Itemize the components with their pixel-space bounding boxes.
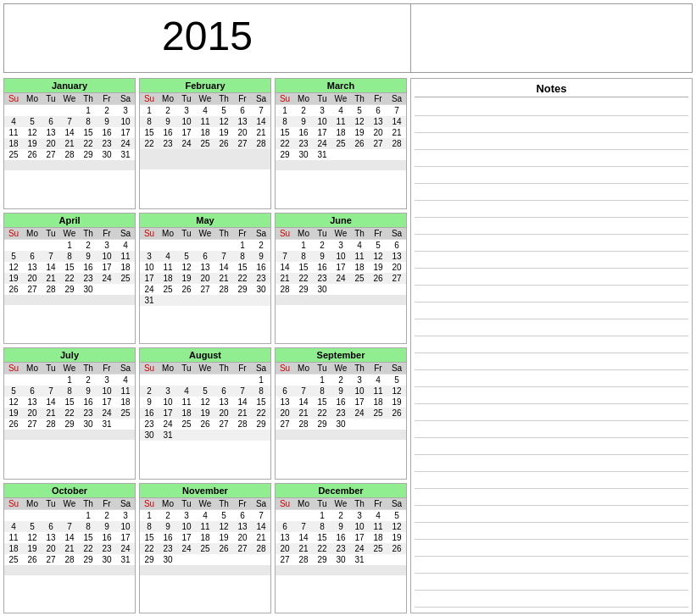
day-cell <box>159 565 177 575</box>
day-cell: 6 <box>233 509 252 521</box>
note-line[interactable] <box>415 355 688 370</box>
day-cell <box>294 509 313 521</box>
day-cell <box>233 430 252 441</box>
note-line[interactable] <box>415 253 688 269</box>
day-cell: 5 <box>177 251 196 262</box>
note-line[interactable] <box>415 152 688 167</box>
day-cell: 29 <box>276 149 294 160</box>
day-cell: 7 <box>294 386 313 397</box>
note-line[interactable] <box>415 219 688 235</box>
note-line[interactable] <box>415 491 688 506</box>
day-cell: 2 <box>97 509 116 521</box>
day-header-mo: Mo <box>294 363 313 375</box>
day-cell: 15 <box>79 532 97 543</box>
day-cell: 13 <box>233 116 252 127</box>
note-line[interactable] <box>415 524 688 540</box>
day-cell: 26 <box>196 419 214 430</box>
day-cell: 6 <box>42 521 60 532</box>
month-block-february: FebruarySuMoTuWeThFrSa123456789101112131… <box>139 78 271 209</box>
day-cell <box>233 554 252 565</box>
day-cell: 11 <box>331 116 350 127</box>
day-cell: 10 <box>140 262 159 273</box>
day-cell <box>252 554 270 565</box>
note-line[interactable] <box>415 592 688 608</box>
note-line[interactable] <box>415 338 688 353</box>
calendars-grid: JanuarySuMoTuWeThFrSa1234567891011121314… <box>3 78 407 613</box>
day-cell: 22 <box>276 138 294 149</box>
day-cell: 12 <box>4 262 23 273</box>
note-line[interactable] <box>415 169 688 184</box>
month-header-may: May <box>140 214 270 228</box>
note-line[interactable] <box>415 101 688 116</box>
day-header-we: We <box>60 93 79 105</box>
day-cell: 13 <box>369 116 387 127</box>
day-cell: 27 <box>233 138 252 149</box>
day-header-tu: Tu <box>177 228 196 240</box>
note-line[interactable] <box>415 135 688 150</box>
note-line[interactable] <box>415 236 688 252</box>
day-cell <box>331 284 350 295</box>
note-line[interactable] <box>415 541 688 557</box>
note-line[interactable] <box>415 304 688 319</box>
day-cell: 18 <box>4 543 23 554</box>
note-line[interactable] <box>415 118 688 133</box>
day-cell: 18 <box>331 127 350 138</box>
day-cell: 2 <box>294 105 313 117</box>
note-line[interactable] <box>415 372 688 387</box>
day-cell <box>214 554 233 565</box>
day-cell: 20 <box>233 532 252 543</box>
day-cell: 1 <box>233 239 252 251</box>
note-line[interactable] <box>415 508 688 523</box>
note-line[interactable] <box>415 423 688 438</box>
day-cell: 6 <box>276 386 294 397</box>
day-cell: 19 <box>4 273 23 284</box>
day-cell <box>252 565 270 575</box>
day-cell: 20 <box>387 262 406 273</box>
note-line[interactable] <box>415 575 688 591</box>
note-line[interactable] <box>415 389 688 404</box>
note-line[interactable] <box>415 203 688 218</box>
note-line[interactable] <box>415 321 688 336</box>
note-line[interactable] <box>415 186 688 201</box>
day-cell: 10 <box>350 521 369 532</box>
day-cell: 6 <box>196 251 214 262</box>
note-line[interactable] <box>415 287 688 302</box>
day-cell <box>79 295 97 305</box>
day-cell <box>350 565 369 575</box>
day-cell: 1 <box>140 105 159 117</box>
day-cell: 10 <box>177 116 196 127</box>
note-line[interactable] <box>415 270 688 286</box>
day-cell: 8 <box>252 386 270 397</box>
day-cell: 5 <box>196 386 214 397</box>
day-cell: 26 <box>387 543 406 554</box>
day-header-th: Th <box>350 498 369 510</box>
day-cell: 8 <box>233 251 252 262</box>
day-header-th: Th <box>214 228 233 240</box>
note-line[interactable] <box>415 406 688 421</box>
day-cell: 27 <box>42 554 60 565</box>
note-lines-container <box>415 101 688 608</box>
day-cell: 3 <box>350 375 369 386</box>
day-cell: 9 <box>159 116 177 127</box>
day-cell <box>350 419 369 430</box>
day-cell: 6 <box>23 386 42 397</box>
day-cell: 7 <box>214 251 233 262</box>
day-cell: 25 <box>350 273 369 284</box>
note-line[interactable] <box>415 457 688 472</box>
day-cell <box>294 295 313 305</box>
day-header-mo: Mo <box>294 228 313 240</box>
note-line[interactable] <box>415 474 688 489</box>
note-line[interactable] <box>415 440 688 455</box>
day-cell <box>140 565 159 575</box>
day-cell: 6 <box>276 521 294 532</box>
day-cell <box>116 419 135 430</box>
day-cell <box>387 160 406 170</box>
month-table-april: SuMoTuWeThFrSa12345678910111213141516171… <box>4 228 135 305</box>
day-header-sa: Sa <box>116 93 135 105</box>
note-line[interactable] <box>415 558 688 574</box>
day-header-tu: Tu <box>313 363 331 375</box>
day-cell: 15 <box>294 262 313 273</box>
day-cell: 17 <box>116 532 135 543</box>
day-cell: 13 <box>276 397 294 408</box>
day-cell: 4 <box>196 105 214 117</box>
